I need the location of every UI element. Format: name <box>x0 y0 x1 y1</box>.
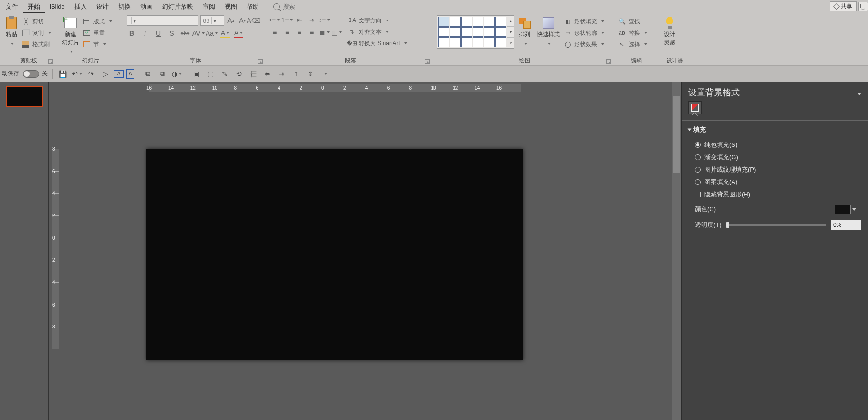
tab-insert[interactable]: 插入 <box>70 0 92 13</box>
picture-fill-option[interactable]: 图片或纹理填充(P) <box>688 164 861 176</box>
font-color-button[interactable]: A <box>234 29 243 38</box>
format-painter-button[interactable]: 格式刷 <box>22 39 51 50</box>
indent-dec-button[interactable]: ⇤ <box>295 15 304 25</box>
hide-bg-option[interactable]: 隐藏背景图形(H) <box>688 188 861 201</box>
undo-button[interactable]: ↶ <box>71 68 83 80</box>
drawing-launcher-icon[interactable] <box>606 59 611 64</box>
underline-button[interactable]: U <box>154 29 163 38</box>
qat-more-button[interactable] <box>319 68 331 80</box>
qat-eyedropper-button[interactable]: ✎ <box>219 68 230 80</box>
slide-canvas[interactable] <box>146 149 523 360</box>
decrease-font-button[interactable]: A▾ <box>238 16 247 25</box>
justify-button[interactable]: ≡ <box>307 28 317 37</box>
replace-button[interactable]: ab替换 <box>618 28 647 38</box>
qat-align-right-button[interactable]: ⇥ <box>276 68 288 80</box>
align-left-button[interactable]: ≡ <box>270 28 279 37</box>
bullets-button[interactable]: •≡ <box>270 15 279 25</box>
section-button[interactable]: 节 <box>83 39 112 50</box>
new-slide-button[interactable]: 新建 幻灯片 <box>60 15 81 55</box>
bold-button[interactable]: B <box>127 29 136 38</box>
reset-button[interactable]: 重置 <box>83 28 112 38</box>
change-case-button[interactable]: Aa <box>207 29 217 38</box>
qat-align-top-button[interactable]: ⤒ <box>290 68 302 80</box>
paragraph-launcher-icon[interactable] <box>425 59 430 64</box>
shapes-gallery-scroll[interactable]: ▴▾▿ <box>507 15 514 49</box>
tab-help[interactable]: 帮助 <box>242 0 264 13</box>
columns-button[interactable]: ▥ <box>332 28 341 37</box>
numbering-button[interactable]: 1≡ <box>282 15 292 25</box>
font-launcher-icon[interactable] <box>258 59 263 64</box>
copy-button[interactable]: 复制 <box>22 28 51 38</box>
tab-home[interactable]: 开始 <box>23 0 45 13</box>
text-direction-button[interactable]: ↧A文字方向 <box>348 15 407 26</box>
paste-button[interactable]: 粘贴 <box>3 15 20 47</box>
tab-transitions[interactable]: 切换 <box>114 0 135 13</box>
arrange-button[interactable]: 排列 <box>516 15 533 47</box>
cut-button[interactable]: 剪切 <box>22 16 51 27</box>
vertical-scrollbar[interactable] <box>672 82 681 420</box>
slideshow-from-start-button[interactable]: ▷ <box>100 68 111 80</box>
save-button[interactable]: 💾 <box>57 68 68 80</box>
tab-slideshow[interactable]: 幻灯片放映 <box>157 0 198 13</box>
comments-button[interactable] <box>858 2 868 11</box>
qat-align-left-button[interactable]: ⬱ <box>248 68 259 80</box>
clipboard-launcher-icon[interactable] <box>48 59 53 64</box>
transparency-slider[interactable] <box>726 224 826 226</box>
layout-button[interactable]: 版式 <box>83 16 112 27</box>
strike-button[interactable]: abe <box>180 29 190 38</box>
shapes-gallery[interactable] <box>437 15 507 49</box>
highlight-button[interactable]: A <box>220 29 230 38</box>
tab-animations[interactable]: 动画 <box>135 0 157 13</box>
autosave-toggle[interactable] <box>23 70 39 78</box>
panel-options-dropdown[interactable] <box>856 88 861 98</box>
tab-islide[interactable]: iSlide <box>45 0 70 13</box>
color-picker-button[interactable] <box>835 205 851 214</box>
pattern-fill-option[interactable]: 图案填充(A) <box>688 176 861 188</box>
font-size-combo[interactable]: 66▾ <box>200 15 224 26</box>
increase-font-button[interactable]: A▴ <box>226 16 236 25</box>
clear-format-button[interactable]: A⌫ <box>249 16 258 25</box>
indent-inc-button[interactable]: ⇥ <box>307 15 317 25</box>
italic-button[interactable]: I <box>140 29 150 38</box>
qat-textbox-v-button[interactable]: A <box>126 69 134 79</box>
gradient-fill-option[interactable]: 渐变填充(G) <box>688 151 861 164</box>
shape-fill-button[interactable]: ◧形状填充 <box>564 16 604 27</box>
qat-merge-button[interactable]: ◑ <box>171 68 182 80</box>
tab-review[interactable]: 审阅 <box>198 0 220 13</box>
solid-fill-option[interactable]: 纯色填充(S) <box>688 139 861 151</box>
design-ideas-button[interactable]: 设计 灵感 <box>661 15 678 48</box>
quick-styles-button[interactable]: 快速样式 <box>535 15 562 47</box>
font-name-combo[interactable]: ▾ <box>127 15 198 26</box>
fill-section-header[interactable]: 填充 <box>688 125 861 134</box>
select-button[interactable]: ↖选择 <box>618 39 647 50</box>
qat-send-back-button[interactable]: ▢ <box>205 68 216 80</box>
share-button[interactable]: 共享 <box>830 1 857 11</box>
qat-ungroup-button[interactable]: ⧉ <box>156 68 168 80</box>
shape-outline-button[interactable]: ▭形状轮廓 <box>564 28 604 38</box>
shape-effects-button[interactable]: ◯形状效果 <box>564 39 604 50</box>
qat-bring-front-button[interactable]: ▣ <box>190 68 202 80</box>
line-spacing-button[interactable]: ↕≡ <box>320 15 329 25</box>
paste-dropdown-icon[interactable] <box>10 40 14 46</box>
qat-rotate-button[interactable]: ⟲ <box>233 68 245 80</box>
slide-thumbnail-1[interactable] <box>6 86 43 107</box>
qat-group-button[interactable]: ⧉ <box>142 68 154 80</box>
transparency-input[interactable] <box>831 220 861 230</box>
align-center-button[interactable]: ≡ <box>282 28 292 37</box>
shadow-button[interactable]: S <box>167 29 176 38</box>
scrollbar-thumb[interactable] <box>673 96 680 173</box>
tab-file[interactable]: 文件 <box>1 0 23 13</box>
align-right-button[interactable]: ≡ <box>295 28 304 37</box>
align-text-button[interactable]: ⇅对齐文本 <box>348 27 407 37</box>
convert-smartart-button[interactable]: �⊞转换为 SmartArt <box>348 38 407 49</box>
distribute-button[interactable]: ≣ <box>320 28 329 37</box>
tab-view[interactable]: 视图 <box>220 0 242 13</box>
qat-textbox-h-button[interactable]: A <box>114 70 124 78</box>
qat-align-center-button[interactable]: ⇔ <box>262 68 273 80</box>
char-spacing-button[interactable]: AV <box>194 29 203 38</box>
tab-design[interactable]: 设计 <box>92 0 114 13</box>
qat-align-middle-button[interactable]: ⇕ <box>305 68 316 80</box>
redo-button[interactable]: ↷ <box>85 68 97 80</box>
find-button[interactable]: 🔍查找 <box>618 16 647 27</box>
new-slide-dropdown-icon[interactable] <box>69 48 73 54</box>
